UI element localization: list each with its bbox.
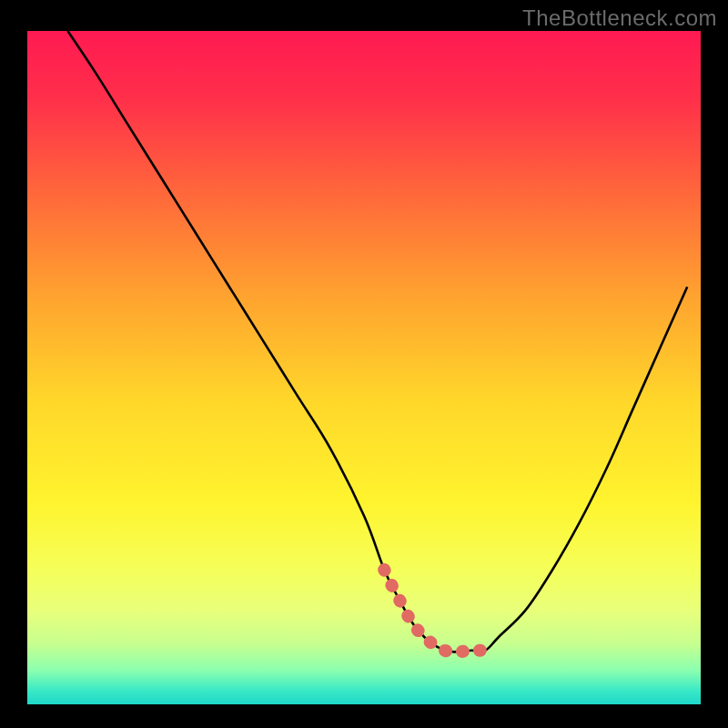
bottleneck-chart (0, 0, 728, 728)
plot-background (27, 31, 701, 704)
watermark-text: TheBottleneck.com (522, 5, 717, 31)
chart-frame: TheBottleneck.com (0, 0, 728, 728)
